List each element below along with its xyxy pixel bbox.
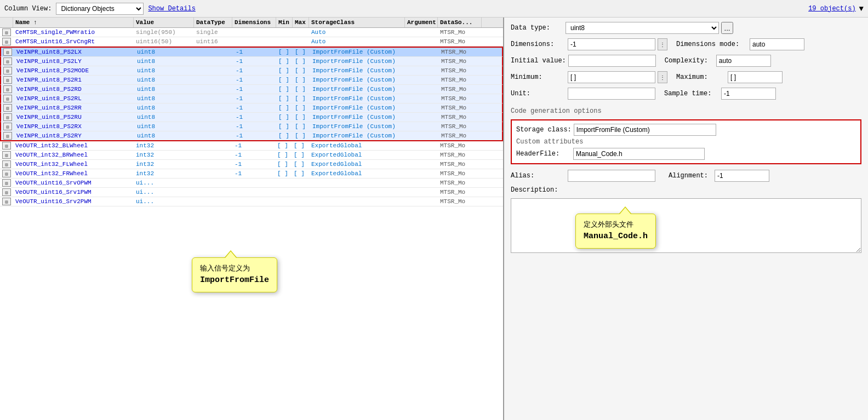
table-row[interactable]: ▤ VeOUTR_uint16_Srv2PWM ui... MTSR_Mo <box>0 197 503 206</box>
row-max: [ ] <box>293 169 309 178</box>
minimum-input[interactable] <box>568 71 655 83</box>
table-row[interactable]: ▤ VeOUTR_int32_FRWheel int32 -1 [ ] [ ] … <box>0 169 503 179</box>
table-row[interactable]: ▤ VeINPR_uint8_PS2RX uint8 -1 [ ] [ ] Im… <box>0 122 503 131</box>
table-row[interactable]: ▤ VeINPR_uint8_PS2MODE uint8 -1 [ ] [ ] … <box>0 66 503 76</box>
row-icon: ▤ <box>2 198 11 205</box>
row-name: VeINPR_uint8_PS2LY <box>14 57 135 66</box>
row-max: [ ] <box>294 113 310 122</box>
row-datasource: MTSR_Mo <box>439 122 483 131</box>
row-datatype <box>195 125 233 128</box>
column-view-select[interactable]: Dictionary Objects <box>56 3 144 15</box>
toolbar-right: 19 object(s) ▼ <box>808 4 864 13</box>
table-row[interactable]: ▤ CeMTSR_single_PWMratio single(950) sin… <box>0 28 503 37</box>
row-min: [ ] <box>276 160 293 169</box>
storage-class-input[interactable] <box>574 124 716 136</box>
dimensions-row: Dimensions: ⋮ Dimensions mode: <box>511 38 861 50</box>
table-row[interactable]: ▤ VeOUTR_int32_BLWheel int32 -1 [ ] [ ] … <box>0 141 503 151</box>
row-datatype <box>194 145 232 147</box>
row-datatype <box>195 116 233 118</box>
row-min: [ ] <box>276 169 293 178</box>
show-details-link[interactable]: Show Details <box>148 5 195 13</box>
object-count: 19 object(s) <box>808 5 855 13</box>
row-icon: ▤ <box>2 170 11 177</box>
row-icon: ▤ <box>3 95 12 102</box>
row-storage: ImportFromFile (Custom) <box>310 113 406 122</box>
row-max <box>293 191 309 193</box>
row-icon-col: ▤ <box>0 37 13 46</box>
row-max: [ ] <box>294 57 310 66</box>
row-datasource: MTSR_Mo <box>438 37 482 46</box>
row-datatype <box>195 88 233 90</box>
sample-time-input[interactable] <box>721 88 776 100</box>
row-name: VeOUTR_int32_BRWheel <box>13 151 134 159</box>
table-row[interactable]: ▤ VeOUTR_int32_FLWheel int32 -1 [ ] [ ] … <box>0 160 503 169</box>
filter-icon[interactable]: ▼ <box>859 4 864 13</box>
unit-input[interactable] <box>568 88 655 100</box>
row-datasource: MTSR_Mo <box>439 131 483 140</box>
row-max: [ ] <box>294 66 310 75</box>
table-row[interactable]: ▤ VeINPR_uint8_PS2RU uint8 -1 [ ] [ ] Im… <box>0 113 503 122</box>
table-row[interactable]: ▤ VeOUTR_uint16_SrvOPWM ui... MTSR_Mo <box>0 179 503 188</box>
row-max: [ ] <box>293 160 309 169</box>
row-max: [ ] <box>294 94 310 103</box>
table-row[interactable]: ▤ VeINPR_uint8_PS2RL uint8 -1 [ ] [ ] Im… <box>0 94 503 103</box>
table-row[interactable]: ▤ VeINPR_uint8_PS2LY uint8 -1 [ ] [ ] Im… <box>0 57 503 66</box>
table-row[interactable]: ▤ VeINPR_uint8_PS2R1 uint8 -1 [ ] [ ] Im… <box>0 76 503 85</box>
row-name: CeMTSR_uint16_SrvCngRt <box>13 37 134 46</box>
row-icon: ▤ <box>2 28 11 36</box>
row-datatype <box>194 172 232 175</box>
row-icon-col: ▤ <box>0 28 13 37</box>
row-value: uint8 <box>135 76 195 84</box>
row-icon-col: ▤ <box>1 113 14 122</box>
row-icon: ▤ <box>2 142 11 149</box>
alias-alignment-row: Alias: Alignment: <box>511 170 861 182</box>
table-row[interactable]: ▤ CeMTSR_uint16_SrvCngRt uint16(50) uint… <box>0 37 503 47</box>
row-icon-col: ▤ <box>0 179 13 187</box>
row-icon-col: ▤ <box>0 141 13 150</box>
table-row[interactable]: ▤ VeOUTR_uint16_Srv1PWM ui... MTSR_Mo <box>0 188 503 197</box>
row-datasource: MTSR_Mo <box>438 197 482 206</box>
table-row[interactable]: ▤ VeINPR_uint8_PS2RY uint8 -1 [ ] [ ] Im… <box>0 131 503 141</box>
header-file-input[interactable] <box>573 148 705 160</box>
row-max: [ ] <box>293 151 309 159</box>
row-name: VeOUTR_int32_FRWheel <box>13 169 134 178</box>
table-row[interactable]: ▤ VeOUTR_int32_BRWheel int32 -1 [ ] [ ] … <box>0 151 503 160</box>
minimum-label: Minimum: <box>511 73 566 81</box>
alignment-input[interactable] <box>715 170 769 182</box>
row-datasource: MTSR_Mo <box>438 141 482 150</box>
row-icon: ▤ <box>3 57 12 65</box>
row-icon-col: ▤ <box>0 151 13 159</box>
maximum-item: Maximum: <box>676 71 783 83</box>
row-min <box>276 200 293 203</box>
row-max: [ ] <box>294 122 310 131</box>
maximum-input[interactable] <box>728 71 783 83</box>
dimensions-mode-input[interactable] <box>750 38 804 50</box>
initial-value-input[interactable] <box>568 55 656 67</box>
dimensions-item: Dimensions: ⋮ <box>511 38 667 50</box>
table-row[interactable]: ▤ VeINPR_uint8_PS2RD uint8 -1 [ ] [ ] Im… <box>0 85 503 94</box>
row-max <box>293 41 309 43</box>
row-name: VeINPR_uint8_PS2RD <box>14 85 135 94</box>
row-name: VeINPR_uint8_PS2RR <box>14 103 135 112</box>
data-type-button[interactable]: ... <box>721 22 733 34</box>
table-row[interactable]: ▤ VeINPR_uint8_PS2LX uint8 -1 [ ] [ ] Im… <box>0 47 503 57</box>
row-datasource: MTSR_Mo <box>439 48 483 56</box>
dimensions-dots-btn[interactable]: ⋮ <box>658 38 667 50</box>
initial-complexity-row: Initial value: Complexity: <box>511 55 861 67</box>
complexity-input[interactable] <box>716 55 771 67</box>
row-min: [ ] <box>277 122 294 131</box>
dimensions-input[interactable] <box>568 38 655 50</box>
row-icon-col: ▤ <box>1 85 14 94</box>
row-name: VeOUTR_uint16_Srv1PWM <box>13 188 134 197</box>
row-storage: ImportFromFile (Custom) <box>310 131 406 140</box>
row-icon: ▤ <box>3 113 12 121</box>
table-row[interactable]: ▤ VeINPR_uint8_PS2RR uint8 -1 [ ] [ ] Im… <box>0 103 503 113</box>
row-max: [ ] <box>294 85 310 94</box>
row-storage: ExportedGlobal <box>309 141 405 150</box>
row-name: VeINPR_uint8_PS2RU <box>14 113 135 122</box>
minimum-dots-btn[interactable]: ⋮ <box>658 71 667 83</box>
alias-input[interactable] <box>568 170 655 182</box>
data-type-select[interactable]: uint8 <box>566 22 719 34</box>
row-datatype <box>195 60 233 62</box>
description-textarea[interactable] <box>511 198 861 253</box>
